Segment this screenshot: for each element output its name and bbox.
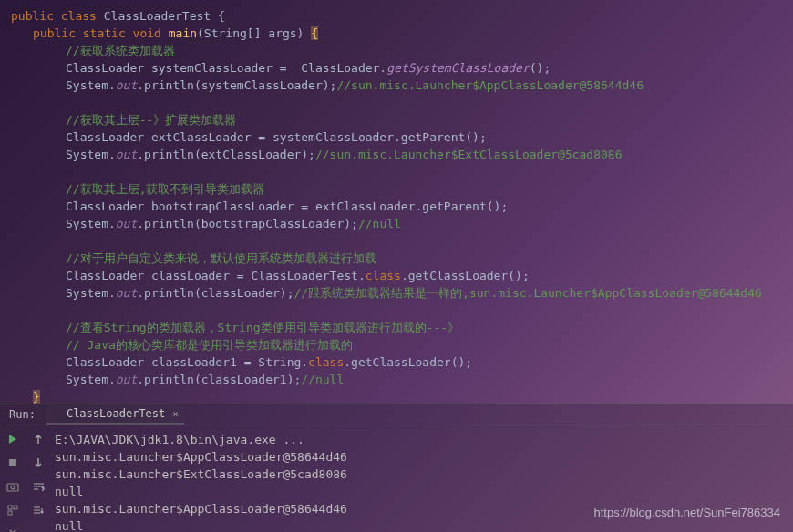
code-line: public class ClassLoaderTest { bbox=[7, 7, 793, 25]
output-line: sun.misc.Launcher$AppClassLoader@58644d4… bbox=[55, 448, 789, 466]
play-icon[interactable] bbox=[5, 431, 21, 447]
run-label: Run: bbox=[4, 408, 41, 421]
code-line: public static void main(String[] args) { bbox=[7, 25, 793, 42]
svg-rect-1 bbox=[7, 484, 18, 491]
svg-rect-5 bbox=[8, 511, 12, 515]
output-line: null bbox=[55, 483, 789, 500]
arrow-up-icon[interactable] bbox=[30, 431, 46, 447]
run-toolbar-mid bbox=[26, 425, 51, 532]
svg-rect-3 bbox=[8, 506, 12, 509]
code-editor[interactable]: public class ClassLoaderTest { public st… bbox=[0, 0, 793, 404]
svg-rect-0 bbox=[9, 459, 16, 466]
blank-line bbox=[7, 163, 793, 180]
blank-line bbox=[7, 302, 793, 319]
svg-point-2 bbox=[11, 486, 15, 489]
stop-icon[interactable] bbox=[5, 455, 21, 471]
output-line: E:\JAVA\JDK\jdk1.8\bin\java.exe ... bbox=[55, 431, 789, 448]
code-line: ClassLoader classLoader1 = String.class.… bbox=[7, 353, 793, 371]
blank-line bbox=[7, 232, 793, 250]
wrap-icon[interactable] bbox=[30, 478, 46, 495]
run-header: Run: ClassLoaderTest × bbox=[0, 404, 793, 425]
tab-label: ClassLoaderTest bbox=[67, 407, 165, 420]
code-line: System.out.println(classLoader);//跟系统类加载… bbox=[7, 284, 793, 302]
code-line: System.out.println(classLoader1);//null bbox=[7, 371, 793, 388]
code-comment: //获取其上层,获取不到引导类加载器 bbox=[7, 180, 793, 198]
output-line: sun.misc.Launcher$ExtClassLoader@5cad808… bbox=[55, 466, 789, 483]
code-line: ClassLoader bootstrapClassLoader = extCl… bbox=[7, 198, 793, 215]
camera-icon[interactable] bbox=[5, 478, 21, 495]
code-line: ClassLoader classLoader = ClassLoaderTes… bbox=[7, 267, 793, 284]
output-line: null bbox=[55, 517, 789, 532]
code-comment: //获取其上层--》扩展类加载器 bbox=[7, 111, 793, 128]
code-comment: //查看String的类加载器，String类使用引导类加载器进行加载的---》 bbox=[7, 319, 793, 336]
watermark: https://blog.csdn.net/SunFei786334 bbox=[593, 506, 780, 519]
chevrons-icon[interactable] bbox=[5, 526, 21, 532]
layout-icon[interactable] bbox=[5, 502, 21, 518]
scroll-icon[interactable] bbox=[30, 502, 46, 518]
code-line: System.out.println(extClassLoader);//sun… bbox=[7, 146, 793, 163]
code-line: System.out.println(systemClassLoader);//… bbox=[7, 77, 793, 94]
code-line: ClassLoader extClassLoader = systemClass… bbox=[7, 128, 793, 146]
code-line: } bbox=[7, 388, 793, 404]
code-comment: //获取系统类加载器 bbox=[7, 42, 793, 59]
run-tab[interactable]: ClassLoaderTest × bbox=[46, 404, 184, 425]
arrow-down-icon[interactable] bbox=[30, 455, 46, 471]
code-comment: //对于用户自定义类来说，默认使用系统类加载器进行加载 bbox=[7, 250, 793, 267]
svg-rect-4 bbox=[14, 506, 17, 509]
close-icon[interactable]: × bbox=[172, 408, 179, 420]
code-line: System.out.println(bootstrapClassLoader)… bbox=[7, 215, 793, 232]
code-line: ClassLoader systemClassLoader = ClassLoa… bbox=[7, 59, 793, 77]
run-toolbar-left bbox=[0, 425, 26, 532]
blank-line bbox=[7, 94, 793, 111]
code-comment: // Java的核心类库都是使用引导类加载器进行加载的 bbox=[7, 336, 793, 353]
